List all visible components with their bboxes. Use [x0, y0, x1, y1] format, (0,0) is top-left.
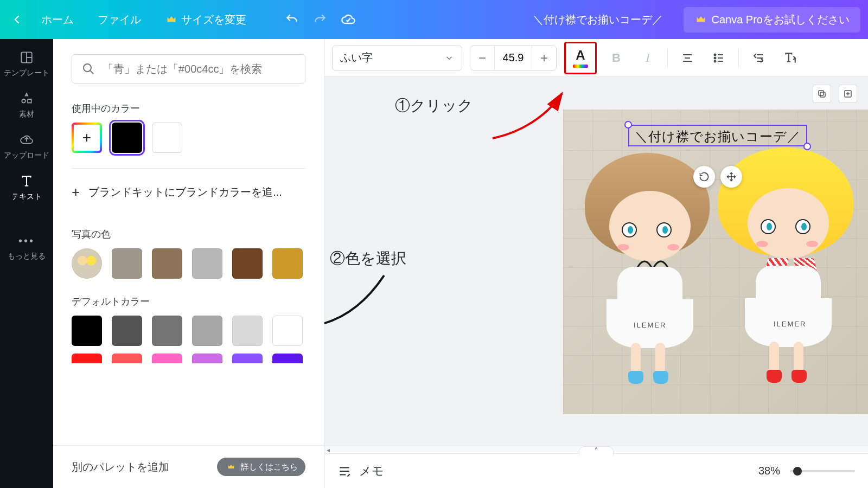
italic-button[interactable]: I [636, 46, 660, 70]
crown-icon [694, 13, 707, 26]
text-color-button[interactable]: A [567, 44, 594, 72]
notes-icon [337, 464, 352, 478]
spacing-button[interactable] [746, 46, 770, 70]
home-menu[interactable]: ホーム [31, 8, 84, 31]
move-button[interactable] [720, 166, 742, 188]
default-color-row2 [72, 354, 305, 363]
color-swatch[interactable] [232, 248, 263, 279]
notes-button[interactable]: メモ [337, 463, 384, 479]
divider [738, 49, 739, 67]
pill-label: 詳しくはこちら [241, 462, 298, 472]
selection-handle[interactable] [803, 143, 811, 150]
rail-label: テキスト [11, 192, 42, 202]
color-panel: 使用中のカラー + + ブランドキットにブランドカラーを追... 写真の色 デフ… [53, 39, 324, 488]
vertical-text-button[interactable] [778, 46, 802, 70]
plus-icon: + [72, 184, 80, 201]
color-swatch[interactable] [272, 248, 303, 279]
svg-point-12 [714, 54, 716, 55]
cloud-sync-icon[interactable] [336, 8, 360, 31]
doll-tag: ILEMER [634, 321, 666, 329]
design-page[interactable]: ILEMER [563, 110, 868, 414]
rail-uploads[interactable]: アップロード [0, 125, 53, 166]
annotation-arrow-red [487, 87, 569, 146]
context-toolbar: ふい字 − 45.9 + A B I [324, 39, 868, 77]
rail-label: もっと見る [8, 252, 46, 261]
footer-expand-button[interactable]: ˄ [579, 446, 614, 456]
color-swatch[interactable] [272, 354, 303, 363]
rail-elements[interactable]: 素材 [0, 84, 53, 125]
document-title[interactable]: ＼付け襟でお揃いコーデ／ [533, 12, 663, 27]
color-swatch[interactable] [152, 248, 182, 279]
color-swatch[interactable] [192, 316, 222, 346]
rail-label: アップロード [4, 151, 49, 160]
color-swatch[interactable] [192, 248, 222, 279]
chevron-down-icon [444, 53, 454, 63]
color-swatch[interactable] [192, 354, 222, 363]
size-value[interactable]: 45.9 [494, 46, 532, 70]
bold-button[interactable]: B [604, 46, 628, 70]
rail-label: 素材 [19, 110, 34, 119]
color-swatch[interactable] [112, 248, 142, 279]
svg-point-7 [84, 64, 91, 72]
color-swatch[interactable] [232, 354, 263, 363]
annotation-arrow-black [324, 270, 395, 335]
divider [667, 49, 668, 67]
color-swatch[interactable] [272, 316, 303, 346]
learn-more-pill[interactable]: 詳しくはこちら [217, 458, 305, 476]
size-increase[interactable]: + [532, 46, 556, 70]
list-button[interactable] [707, 46, 731, 70]
color-search[interactable] [72, 54, 305, 84]
rail-templates[interactable]: テンプレート [0, 42, 53, 84]
undo-button[interactable] [280, 8, 304, 31]
font-select[interactable]: ふい字 [332, 46, 462, 70]
canvas-text[interactable]: ＼付け襟でお揃いコーデ／ [631, 127, 804, 146]
back-button[interactable] [8, 10, 27, 29]
section-photo-colors: 写真の色 [72, 228, 305, 241]
color-swatch[interactable] [152, 123, 182, 153]
font-size-stepper: − 45.9 + [470, 46, 557, 70]
selection-box[interactable]: ＼付け襟でお揃いコーデ／ [628, 125, 807, 146]
align-button[interactable] [675, 46, 699, 70]
try-pro-button[interactable]: Canva Proをお試しください [684, 7, 861, 33]
color-swatch[interactable] [112, 123, 142, 153]
color-swatch[interactable] [112, 354, 142, 363]
add-brand-color[interactable]: + ブランドキットにブランドカラーを追... [72, 169, 305, 216]
svg-rect-25 [819, 91, 824, 95]
color-swatch[interactable] [152, 316, 182, 346]
add-page-button[interactable] [839, 85, 857, 103]
svg-line-8 [90, 70, 93, 74]
color-swatch[interactable] [112, 316, 142, 346]
add-color-swatch[interactable]: + [72, 123, 102, 153]
svg-point-3 [22, 99, 25, 103]
redo-button[interactable] [308, 8, 332, 31]
templates-icon [19, 50, 34, 65]
color-search-input[interactable] [103, 63, 295, 75]
duplicate-page-button[interactable] [813, 85, 831, 103]
editor-footer: ˄ メモ 38% [324, 453, 868, 488]
size-decrease[interactable]: − [470, 46, 494, 70]
svg-rect-4 [28, 99, 31, 103]
zoom-thumb[interactable] [793, 467, 802, 476]
color-swatch[interactable] [152, 354, 182, 363]
rail-more[interactable]: ••• もっと見る [0, 226, 53, 267]
color-swatch[interactable] [72, 354, 102, 363]
scroll-left-icon[interactable]: ◂ [327, 446, 333, 454]
default-color-row1 [72, 316, 305, 346]
color-swatch[interactable] [232, 316, 263, 346]
zoom-slider[interactable] [790, 470, 855, 472]
add-palette-label[interactable]: 別のパレットを追加 [72, 460, 169, 474]
crown-icon [165, 13, 178, 26]
text-color-a-icon: A [576, 48, 585, 63]
rotate-button[interactable] [693, 166, 715, 188]
photo-thumb[interactable] [72, 248, 102, 279]
file-menu[interactable]: ファイル [88, 8, 151, 31]
try-pro-label: Canva Proをお試しください [712, 12, 850, 27]
resize-menu[interactable]: サイズを変更 [155, 8, 256, 31]
text-icon [19, 174, 34, 189]
zoom-value[interactable]: 38% [758, 465, 780, 477]
color-strip-icon [573, 65, 588, 68]
canvas-viewport[interactable]: ①クリック ②色を選択 [324, 77, 868, 446]
rail-text[interactable]: テキスト [0, 166, 53, 207]
color-swatch[interactable] [72, 316, 102, 346]
selection-handle[interactable] [624, 121, 632, 129]
